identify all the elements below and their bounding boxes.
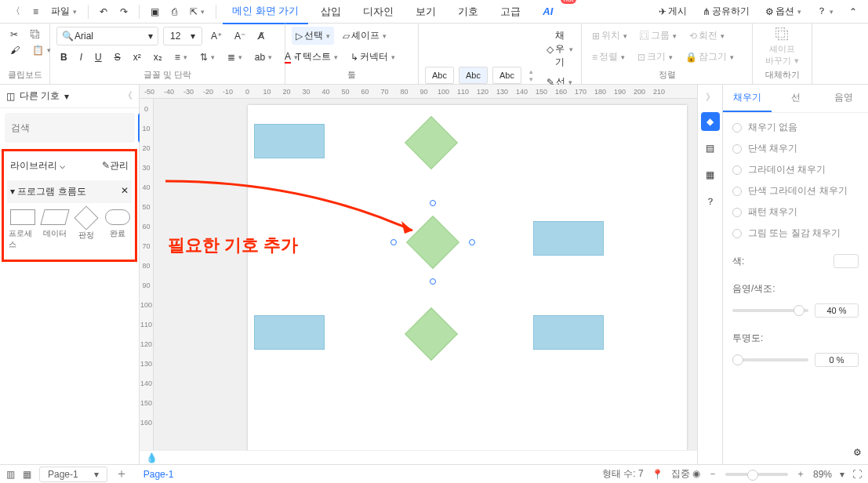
manage-library-button[interactable]: ✎관리	[102, 159, 129, 172]
export-button[interactable]: ⇱	[185, 3, 209, 20]
style-preset-3[interactable]: Abc	[492, 67, 521, 84]
redo-button[interactable]: ↷	[115, 3, 133, 20]
print-button[interactable]: ⎙	[167, 3, 182, 20]
file-menu[interactable]: 파일	[46, 2, 82, 21]
decrease-font-button[interactable]: A⁻	[231, 28, 249, 44]
shape-terminator[interactable]: 완료	[105, 209, 130, 250]
style-preset-1[interactable]: Abc	[425, 67, 454, 84]
tab-insert[interactable]: 삽입	[311, 0, 350, 24]
canvas-shape-diamond[interactable]	[405, 116, 458, 169]
add-page-button[interactable]: ＋	[115, 466, 128, 482]
canvas-shape-rect[interactable]	[533, 315, 604, 350]
fill-option-none[interactable]: 채우기 없음	[732, 121, 859, 134]
fill-option-gradient[interactable]: 그라데이션 채우기	[732, 163, 859, 176]
copy-button[interactable]: ⿻	[27, 27, 44, 42]
strikethrough-button[interactable]: S	[111, 49, 125, 65]
canvas-shape-diamond[interactable]	[405, 307, 458, 361]
opacity-slider[interactable]	[732, 358, 808, 361]
tab-design[interactable]: 디자인	[354, 0, 403, 24]
style-preset-2[interactable]: Abc	[459, 67, 488, 84]
help-button[interactable]: ？	[812, 2, 838, 21]
shape-tool-button[interactable]: ▱ 셰이프	[339, 27, 390, 45]
tint-value[interactable]: 40 %	[815, 303, 859, 318]
canvas-shape-rect[interactable]	[254, 315, 325, 350]
fill-option-solid[interactable]: 단색 채우기	[732, 142, 859, 155]
settings-gear-icon[interactable]: ⚙	[853, 447, 862, 458]
layers-panel-button[interactable]: ▦	[701, 165, 720, 184]
fullscreen-icon[interactable]: ⛶	[852, 469, 862, 480]
format-panel-button[interactable]: ◆	[701, 112, 720, 131]
selection-handle-left[interactable]	[390, 239, 397, 245]
style-scroll-down[interactable]: ▾	[529, 75, 533, 83]
zoom-out-button[interactable]: －	[708, 467, 717, 481]
shape-data[interactable]: 데이터	[42, 209, 67, 250]
fill-option-solid-gradient[interactable]: 단색 그라데이션 채우기	[732, 184, 859, 198]
tab-symbol[interactable]: 기호	[449, 0, 488, 24]
back-button[interactable]: 〈	[6, 2, 25, 21]
subscript-button[interactable]: x₂	[150, 49, 166, 65]
publish-button[interactable]: ✈ 게시	[654, 2, 692, 21]
tab-view[interactable]: 보기	[406, 0, 445, 24]
format-painter-button[interactable]: 🖌	[6, 42, 24, 58]
page-selector[interactable]: Page-1▾	[39, 467, 107, 482]
bullet-list-button[interactable]: ≡	[171, 49, 191, 65]
superscript-button[interactable]: x²	[129, 49, 145, 65]
page-tab-1[interactable]: Page-1	[136, 467, 182, 481]
cut-button[interactable]: ✂	[6, 27, 22, 42]
tint-slider[interactable]	[732, 309, 808, 312]
save-button[interactable]: ▣	[146, 3, 164, 20]
color-well[interactable]	[833, 254, 859, 268]
zoom-in-button[interactable]: ＋	[796, 467, 805, 481]
style-scroll-up[interactable]: ▴	[529, 67, 533, 75]
tab-advanced[interactable]: 고급	[491, 0, 530, 24]
italic-button[interactable]: I	[76, 49, 86, 65]
close-section-button[interactable]: ✕	[121, 185, 129, 198]
collapse-left-panel-button[interactable]: 《	[123, 89, 133, 103]
line-spacing-button[interactable]: ⇅	[196, 49, 219, 65]
options-button[interactable]: ⚙ 옵션	[761, 2, 806, 21]
font-size-select[interactable]: 12 ▾	[163, 27, 202, 45]
shape-process[interactable]: 프로세스	[9, 209, 36, 250]
fill-option-picture[interactable]: 그림 또는 질감 채우기	[732, 227, 859, 240]
fill-option-pattern[interactable]: 패턴 채우기	[732, 205, 859, 219]
undo-button[interactable]: ↶	[95, 3, 112, 20]
prop-tab-line[interactable]: 선	[772, 85, 820, 112]
canvas-shape-rect[interactable]	[533, 221, 604, 256]
prop-tab-shadow[interactable]: 음영	[819, 85, 868, 112]
grid-toggle-icon[interactable]: ▦	[23, 469, 31, 480]
highlight-button[interactable]: ab	[251, 49, 276, 65]
notes-panel-button[interactable]: ▤	[701, 139, 720, 158]
canvas-shape-diamond-selected[interactable]	[394, 203, 472, 281]
tab-ai[interactable]: AI hot	[533, 1, 562, 22]
opacity-value[interactable]: 0 %	[815, 353, 859, 367]
selection-handle-top[interactable]	[430, 200, 436, 206]
shape-decision[interactable]: 판정	[74, 209, 99, 250]
canvas-page[interactable]	[248, 105, 687, 450]
select-tool-button[interactable]: ▷ 선택	[292, 27, 334, 45]
collapse-ribbon-button[interactable]: ⌃	[844, 3, 862, 20]
eyedropper-icon[interactable]: 💧	[146, 452, 158, 463]
fill-dropdown[interactable]: ◇ 채우기	[543, 27, 577, 71]
selection-handle-bottom[interactable]	[430, 278, 436, 285]
chevron-down-icon[interactable]: ▾	[64, 91, 69, 102]
pin-icon[interactable]: 📍	[652, 469, 663, 480]
text-tool-button[interactable]: T 텍스트	[292, 48, 342, 66]
underline-button[interactable]: U	[91, 49, 106, 65]
tab-main-screen[interactable]: 메인 화면 가기	[223, 0, 308, 24]
canvas-shape-rect[interactable]	[254, 124, 325, 158]
chevron-down-icon[interactable]: ▾	[840, 469, 844, 480]
increase-font-button[interactable]: A⁺	[207, 28, 226, 44]
share-button[interactable]: ⋔ 공유하기	[698, 2, 754, 21]
hamburger-menu[interactable]: ≡	[28, 3, 43, 20]
connector-tool-button[interactable]: ↳ 커넥터	[347, 48, 399, 66]
focus-mode-button[interactable]: 집중 ◉	[671, 467, 700, 481]
bold-button[interactable]: B	[56, 49, 71, 65]
zoom-value[interactable]: 89%	[813, 469, 832, 480]
help-panel-button[interactable]: ？	[701, 192, 720, 211]
selection-handle-right[interactable]	[469, 239, 475, 245]
ruler-toggle-icon[interactable]: ▥	[6, 469, 15, 480]
canvas[interactable]: 필요한 기호 추가	[154, 99, 697, 450]
search-input[interactable]	[5, 113, 135, 143]
zoom-slider[interactable]	[725, 473, 788, 476]
align-button[interactable]: ≣	[223, 49, 246, 65]
